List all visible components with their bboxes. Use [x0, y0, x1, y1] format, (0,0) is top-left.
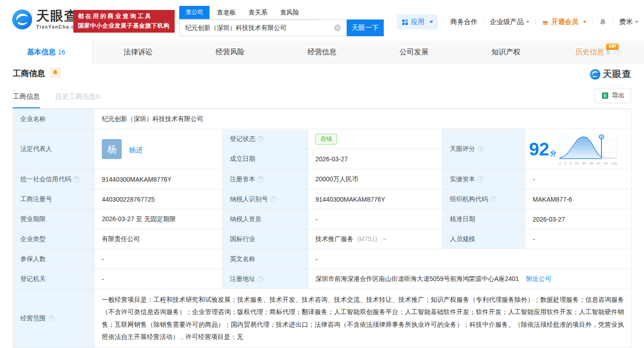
- reg-status-value: 存续: [308, 130, 442, 150]
- help-icon[interactable]: [615, 49, 621, 55]
- help-icon[interactable]: [270, 196, 277, 203]
- search-box: 天眼一下: [179, 19, 384, 36]
- menu-enterprise-products[interactable]: 企业级产品: [490, 18, 530, 26]
- search-tab-risk[interactable]: 查风险: [275, 7, 305, 19]
- legal-rep-link[interactable]: 杨进: [129, 146, 143, 154]
- excel-icon: [601, 92, 609, 99]
- subtabs: 工商信息 历史工商信息0: [13, 92, 100, 108]
- table-row: 企业名称 纪元创新（深圳）科技技术有限公司: [13, 109, 632, 129]
- apps-menu[interactable]: 应用: [397, 14, 438, 29]
- company-name-value: 纪元创新（深圳）科技技术有限公司: [95, 109, 632, 129]
- tab-operating-risk[interactable]: 经营风险: [184, 41, 276, 63]
- clear-search-icon[interactable]: [334, 24, 341, 31]
- business-term-value: 2026-03-27 至 无固定期限: [95, 209, 223, 229]
- field-label: 工商注册号: [13, 189, 95, 209]
- search-input[interactable]: [179, 19, 347, 36]
- field-label: 天眼评分: [443, 129, 525, 169]
- business-scope-value: 一般经营项目是：工程和技术研究和试验发展；技术服务、技术开发、技术咨询、技术交流…: [95, 289, 632, 348]
- status-date-cell: 登记状态 存续 成立日期 2026-03-27: [223, 129, 443, 169]
- help-icon[interactable]: [477, 176, 484, 183]
- field-label: 人员规模: [443, 229, 525, 249]
- taxpayer-quality-value: -: [308, 209, 443, 229]
- help-icon[interactable]: [258, 276, 264, 282]
- site-logo[interactable]: 天眼查 TianYanCha.com: [12, 9, 83, 30]
- main-content: 工商信息 天眼查 工商信息 历史工商信息0: [0, 63, 644, 348]
- industry-code: (M751): [357, 235, 377, 242]
- monitor-bell-icon[interactable]: [50, 67, 61, 78]
- nearby-companies-link[interactable]: 附近公司: [526, 275, 552, 282]
- username: 费米: [619, 18, 633, 26]
- tab-operating-info[interactable]: 经营信息: [276, 41, 368, 63]
- reg-number-value: 440300228767725: [95, 189, 223, 209]
- site-header: 天眼查 TianYanCha.com 都在用的商业查询工具 国家中小企业发展子基…: [0, 0, 644, 41]
- table-row: 营业期限 2026-03-27 至 无固定期限 纳税人资质 - 核准日期 202…: [13, 209, 632, 229]
- menu-divider: [592, 19, 593, 25]
- grid-icon: [402, 19, 408, 25]
- search-tab-relation[interactable]: 查关系: [243, 7, 273, 19]
- approval-date-value: 2026-03-27: [525, 209, 632, 229]
- insured-count-value: -: [95, 249, 223, 269]
- tab-intellectual-property[interactable]: 知识产权: [460, 41, 552, 63]
- help-icon[interactable]: [48, 315, 54, 322]
- menu-divider: [613, 19, 613, 25]
- watermark-text: 天眼查: [603, 68, 631, 80]
- menu-business-cooperation[interactable]: 商务合作: [450, 18, 477, 26]
- field-label: 法定代表人: [13, 129, 95, 169]
- section-head: 工商信息 天眼查: [0, 63, 644, 87]
- table-row: 经营范围 一般经营项目是：工程和技术研究和试验发展；技术服务、技术开发、技术咨询…: [13, 289, 632, 348]
- menu-divider: [535, 19, 536, 25]
- tab-legal-proceedings[interactable]: 法律诉讼: [92, 41, 184, 63]
- score-value: 92分: [529, 140, 557, 158]
- vip-badge: VIP: [606, 44, 619, 50]
- chevron-down-icon: [635, 21, 639, 23]
- legal-rep-cell: 杨 杨进: [95, 129, 223, 169]
- field-label: 企业类型: [13, 229, 95, 249]
- top-menu: 应用 商务合作 企业级产品 开通会员: [397, 14, 639, 29]
- company-type-value: 有限责任公司: [95, 229, 223, 249]
- field-label: 英文名称: [223, 249, 308, 269]
- subtab-history-business-info[interactable]: 历史工商信息0: [55, 92, 100, 108]
- menu-divider: [483, 19, 484, 25]
- brand-slogan-banner: 都在用的商业查询工具 国家中小企业发展子基金旗下机构: [73, 10, 175, 33]
- help-icon[interactable]: [477, 146, 484, 152]
- search-button[interactable]: 天眼一下: [347, 19, 384, 36]
- status-badge: 存续: [315, 134, 337, 145]
- field-label: 企业名称: [13, 109, 95, 129]
- crown-icon: [542, 19, 549, 26]
- table-row: 企业类型 有限责任公司 国标行业 技术推广服务 (M751) 人员规模 -: [13, 229, 632, 249]
- field-label: 统一社会信用代码: [13, 169, 95, 189]
- establish-date-value: 2026-03-27: [308, 149, 442, 169]
- tianyancha-logo-icon: [12, 9, 33, 30]
- chevron-down-icon: [429, 21, 433, 23]
- section-title: 工商信息: [13, 68, 45, 79]
- tab-basic-info[interactable]: 基本信息 16: [0, 41, 92, 63]
- table-row: 参保人数 - 英文名称 -: [13, 249, 632, 269]
- search-tab-company[interactable]: 查公司: [179, 6, 210, 19]
- field-label: 注册资本: [223, 169, 308, 189]
- search-tabs: 查公司 查老板 查关系 查风险: [179, 6, 318, 19]
- paid-capital-value: -: [525, 169, 632, 189]
- tab-company-development[interactable]: 公司发展: [368, 41, 460, 63]
- field-label: 国标行业: [223, 229, 308, 249]
- avatar[interactable]: 杨: [102, 139, 122, 159]
- reg-authority-value: -: [95, 269, 223, 289]
- apps-label: 应用: [411, 18, 425, 26]
- help-icon[interactable]: [258, 176, 264, 183]
- help-icon[interactable]: [258, 136, 264, 142]
- search-tab-boss[interactable]: 查老板: [211, 7, 241, 19]
- export-button[interactable]: 导出: [595, 88, 631, 103]
- tab-history-info[interactable]: 历史信息 5 VIP: [552, 41, 644, 63]
- user-menu[interactable]: 费米: [619, 18, 639, 26]
- field-label: 成立日期: [223, 149, 308, 169]
- chevron-down-icon[interactable]: [383, 236, 387, 240]
- help-icon[interactable]: [490, 196, 496, 203]
- subtab-business-info[interactable]: 工商信息: [13, 92, 40, 108]
- table-row: 工商注册号 440300228767725 纳税人识别号 91440300MAK…: [13, 189, 632, 209]
- help-icon[interactable]: [73, 176, 80, 183]
- menu-open-membership[interactable]: 开通会员: [542, 18, 587, 26]
- notification-bell-icon[interactable]: [599, 18, 607, 26]
- chevron-down-icon: [526, 21, 530, 23]
- field-label: 核准日期: [443, 209, 525, 229]
- field-label: 纳税人识别号: [223, 189, 308, 209]
- chevron-down-icon: [583, 21, 587, 23]
